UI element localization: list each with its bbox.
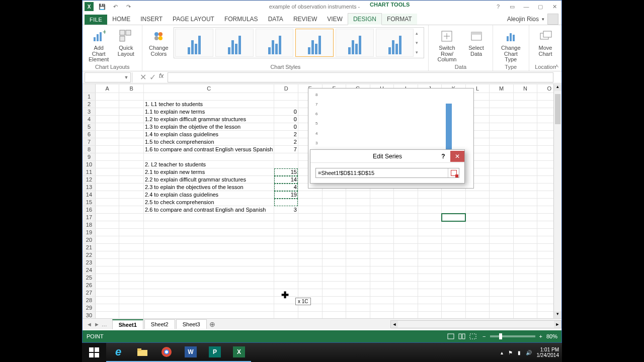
cell-A2[interactable] <box>95 101 119 108</box>
cell-I21[interactable] <box>394 244 418 251</box>
cell-M17[interactable] <box>490 214 514 221</box>
cell-M27[interactable] <box>490 289 514 297</box>
cell-D25[interactable] <box>274 274 298 282</box>
cell-D29[interactable] <box>274 304 298 312</box>
cell-C27[interactable] <box>143 289 274 297</box>
cell-I22[interactable] <box>394 251 418 259</box>
row-header-21[interactable]: 21 <box>83 244 96 251</box>
cell-C16[interactable]: 2.6 to compare and contrast English and … <box>143 206 274 214</box>
cell-K23[interactable] <box>442 259 466 266</box>
cell-K18[interactable] <box>442 221 466 229</box>
cell-C30[interactable] <box>143 312 274 319</box>
cell-B18[interactable] <box>119 221 144 229</box>
cell-K25[interactable] <box>442 274 466 282</box>
cell-H16[interactable] <box>370 206 394 214</box>
zoom-out-icon[interactable]: − <box>482 333 486 339</box>
cell-N24[interactable] <box>513 266 537 274</box>
cell-N2[interactable] <box>513 101 537 108</box>
cell-N1[interactable] <box>513 93 537 101</box>
row-header-12[interactable]: 12 <box>83 176 96 184</box>
cell-H28[interactable] <box>370 297 394 304</box>
cell-J27[interactable] <box>418 289 442 297</box>
cell-C21[interactable] <box>143 244 274 251</box>
cell-M14[interactable] <box>490 191 514 199</box>
row-header-20[interactable]: 20 <box>83 236 96 244</box>
change-colors-button[interactable]: Change Colors <box>146 27 171 64</box>
cell-L22[interactable] <box>465 251 490 259</box>
cell-L29[interactable] <box>465 304 490 312</box>
cell-E15[interactable] <box>298 199 322 206</box>
worksheet-grid[interactable]: ABCDEFGHIJKLMNO121. L1 techer to student… <box>83 84 561 318</box>
cell-B7[interactable] <box>119 138 144 146</box>
cell-A23[interactable] <box>95 259 119 266</box>
col-header-M[interactable]: M <box>490 84 514 93</box>
cell-N7[interactable] <box>513 138 537 146</box>
cell-M9[interactable] <box>490 153 514 161</box>
cell-F24[interactable] <box>322 266 346 274</box>
cell-A16[interactable] <box>95 206 119 214</box>
cell-D27[interactable] <box>274 289 298 297</box>
tray-clock[interactable]: 1:01 PM1/24/2014 <box>537 347 559 358</box>
cell-H15[interactable] <box>370 199 394 206</box>
cell-G29[interactable] <box>346 304 370 312</box>
col-header-C[interactable]: C <box>143 84 274 93</box>
cell-H23[interactable] <box>370 259 394 266</box>
cell-I15[interactable] <box>394 199 418 206</box>
cell-N23[interactable] <box>513 259 537 266</box>
cell-A7[interactable] <box>95 138 119 146</box>
cell-I18[interactable] <box>394 221 418 229</box>
cell-H29[interactable] <box>370 304 394 312</box>
cell-E16[interactable] <box>298 206 322 214</box>
cell-D3[interactable]: 0 <box>274 108 298 116</box>
cell-M28[interactable] <box>490 297 514 304</box>
horizontal-scrollbar[interactable]: ◄► <box>390 320 561 328</box>
qat-redo-icon[interactable]: ↷ <box>124 2 133 11</box>
cell-N16[interactable] <box>513 206 537 214</box>
cell-H26[interactable] <box>370 282 394 289</box>
cell-M10[interactable] <box>490 161 514 168</box>
cell-A26[interactable] <box>95 282 119 289</box>
cell-C28[interactable] <box>143 297 274 304</box>
switch-row-column-button[interactable]: Switch Row/ Column <box>433 27 461 64</box>
vertical-scrollbar[interactable]: ▴ ▾ <box>553 84 561 318</box>
cell-N18[interactable] <box>513 221 537 229</box>
cell-A22[interactable] <box>95 251 119 259</box>
cell-D6[interactable]: 2 <box>274 131 298 138</box>
taskbar-explorer-icon[interactable] <box>130 343 154 362</box>
cell-J17[interactable] <box>418 214 442 221</box>
cell-B21[interactable] <box>119 244 144 251</box>
cell-L14[interactable] <box>465 191 490 199</box>
cell-J25[interactable] <box>418 274 442 282</box>
cell-N20[interactable] <box>513 236 537 244</box>
cell-G14[interactable] <box>346 191 370 199</box>
cell-H24[interactable] <box>370 266 394 274</box>
cell-F14[interactable] <box>322 191 346 199</box>
cell-J19[interactable] <box>418 229 442 236</box>
cell-F20[interactable] <box>322 236 346 244</box>
cell-I24[interactable] <box>394 266 418 274</box>
row-header-3[interactable]: 3 <box>83 108 96 116</box>
zoom-in-icon[interactable]: + <box>539 333 542 339</box>
chart-styles-gallery[interactable]: ▴▾▾ <box>174 27 424 58</box>
cell-D9[interactable] <box>274 153 298 161</box>
cell-J22[interactable] <box>418 251 442 259</box>
tab-insert[interactable]: INSERT <box>135 14 168 25</box>
cell-C2[interactable]: 1. L1 techer to students <box>143 101 274 108</box>
cell-M13[interactable] <box>490 184 514 191</box>
cell-N13[interactable] <box>513 184 537 191</box>
cell-B10[interactable] <box>119 161 144 168</box>
cell-N17[interactable] <box>513 214 537 221</box>
cell-A5[interactable] <box>95 123 119 131</box>
cell-E19[interactable] <box>298 229 322 236</box>
cell-N22[interactable] <box>513 251 537 259</box>
sheet-nav-prev-icon[interactable]: ◄ <box>87 321 92 327</box>
cell-F30[interactable] <box>322 312 346 319</box>
cell-J29[interactable] <box>418 304 442 312</box>
cell-D19[interactable] <box>274 229 298 236</box>
cell-J23[interactable] <box>418 259 442 266</box>
sheet-tab-2[interactable]: Sheet2 <box>144 319 175 329</box>
cell-E18[interactable] <box>298 221 322 229</box>
cell-E23[interactable] <box>298 259 322 266</box>
zoom-slider[interactable] <box>490 335 535 337</box>
cell-C10[interactable]: 2. L2 teacher to students <box>143 161 274 168</box>
